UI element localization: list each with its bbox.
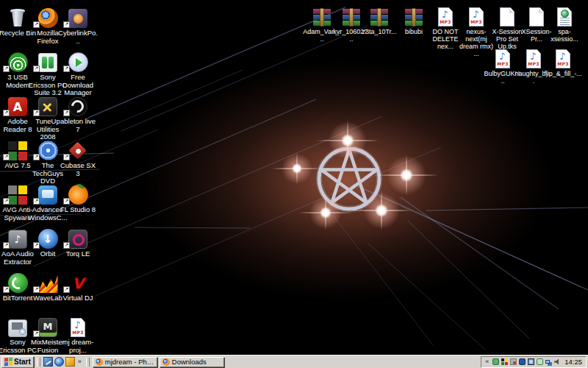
windows-care-icon	[38, 185, 57, 205]
mp3-icon	[556, 49, 570, 68]
desktop-icon-label: Torq LE	[58, 250, 98, 258]
desktop-icon-label: FL Studio 8	[58, 206, 98, 214]
show-desktop-icon[interactable]	[43, 357, 53, 367]
windows-flag-icon	[4, 357, 12, 366]
cyberlink-icon	[68, 9, 87, 28]
sony-installer-icon	[8, 319, 27, 337]
recycle-bin-icon	[7, 7, 28, 28]
shortcut-arrow-icon	[3, 286, 10, 293]
avg-resident-icon[interactable]	[492, 358, 499, 365]
firefox-icon	[38, 8, 58, 28]
quick-launch-bar	[43, 357, 75, 367]
display-settings-icon[interactable]	[528, 358, 534, 365]
tray-collapse-chevron[interactable]: «	[484, 357, 490, 367]
xp-desktop-screen: { "desktop": { "wallpaper": { "name": "p…	[0, 0, 588, 368]
bittorrent-icon	[8, 273, 28, 293]
shortcut-arrow-icon	[3, 154, 10, 160]
desktop-icon-cubase-sx-3[interactable]: Cubase SX 3	[62, 138, 94, 177]
tray-clock[interactable]: 14:25	[563, 358, 584, 366]
quick-launch-overflow-chevron[interactable]: »	[76, 357, 83, 367]
desktop-icon-label: CyberlinkPo...	[58, 29, 98, 45]
desktop: Recycle BinMozilla FirefoxCyberlinkPo...…	[0, 0, 588, 355]
desktop-icon-cyberlinkpo[interactable]: CyberlinkPo...	[62, 5, 94, 45]
desktop-icon-label: flip_&_fill_-...	[544, 70, 582, 77]
anti-spyware-icon[interactable]	[510, 358, 517, 365]
task-label: mjdream - Photobucket -...	[105, 358, 154, 366]
browser-icon[interactable]	[54, 357, 64, 367]
desktop-icon-mj-dream-proj[interactable]: mj dream-proj...	[62, 314, 94, 354]
orbit-icon	[38, 229, 58, 249]
sony-pc-suite-icon	[38, 53, 57, 72]
shortcut-arrow-icon	[33, 21, 40, 28]
taskbar: Start » mjdream - Photobucket -...Downlo…	[0, 355, 588, 368]
shortcut-arrow-icon	[63, 286, 70, 293]
desktop-icon-flip-fill[interactable]: flip_&_fill_-...	[542, 46, 584, 77]
usb-modem-icon	[8, 52, 28, 72]
shortcut-arrow-icon	[63, 154, 70, 160]
desktop-icon-torq-le[interactable]: Torq LE	[62, 226, 94, 258]
rar-icon	[343, 8, 360, 26]
desktop-icon-aoa-audio-extractor[interactable]: AoA Audio Extractor	[1, 226, 34, 266]
volume-icon[interactable]	[554, 358, 561, 365]
system-tray: « 14:25	[481, 356, 587, 368]
dvd-icon	[38, 141, 58, 160]
task-buttons: mjdream - Photobucket -...Downloads	[93, 357, 224, 367]
task-label: Downloads	[172, 358, 207, 366]
shortcut-arrow-icon	[33, 66, 40, 72]
shortcut-arrow-icon	[3, 110, 10, 116]
desktop-icon-label: mj dream-proj...	[58, 339, 98, 354]
desktop-icon-free-download-manager[interactable]: Free Download Manager	[62, 49, 94, 97]
shortcut-arrow-icon	[63, 21, 70, 28]
torq-icon	[68, 230, 87, 249]
shortcut-arrow-icon	[63, 66, 70, 72]
shortcut-arrow-icon	[33, 286, 40, 293]
messenger-icon[interactable]	[519, 358, 526, 365]
shortcut-arrow-icon	[33, 198, 40, 205]
desktop-icon-label: ableton live 7	[58, 118, 98, 133]
start-button[interactable]: Start	[1, 356, 34, 368]
shortcut-arrow-icon	[3, 242, 10, 249]
adobe-reader-icon	[8, 97, 27, 116]
mp3-icon	[526, 49, 541, 68]
shortcut-arrow-icon	[33, 110, 40, 116]
taskbar-task-downloads[interactable]: Downloads	[159, 357, 224, 367]
avg-test-center-icon[interactable]	[501, 358, 508, 365]
shortcut-arrow-icon	[63, 198, 70, 205]
wavelab-icon	[38, 275, 58, 293]
shortcut-arrow-icon	[63, 242, 70, 249]
taskbar-task-mjdream-photobucket[interactable]: mjdream - Photobucket -...	[93, 357, 157, 367]
avg-icon	[8, 141, 27, 160]
taskbar-grip[interactable]	[86, 358, 90, 367]
blank-file-icon	[500, 7, 514, 26]
taskbar-grip[interactable]	[37, 358, 40, 367]
blank-file-icon	[529, 7, 544, 26]
desktop-icon-spa-xsessio[interactable]: spa-xsessio...	[544, 4, 585, 43]
desktop-icon-advanced-windowsc[interactable]: Advanced WindowsC...	[32, 182, 64, 222]
desktop-icon-ableton-live-7[interactable]: ableton live 7	[62, 93, 94, 133]
mp3-icon	[438, 7, 453, 26]
media-player-icon[interactable]	[65, 357, 75, 367]
tray-icons	[492, 358, 561, 365]
shortcut-arrow-icon	[33, 154, 40, 160]
shortcut-arrow-icon	[3, 66, 10, 72]
fdm-icon	[68, 52, 88, 72]
rar-icon	[370, 8, 388, 26]
desktop-icon-label: spa-xsessio...	[545, 28, 584, 43]
mixmeister-icon	[38, 318, 57, 337]
virtual-dj-icon	[68, 274, 87, 293]
mp3-icon	[469, 7, 484, 26]
firefox-icon	[96, 358, 103, 366]
firefox-icon	[162, 358, 170, 366]
rar-icon	[313, 8, 331, 26]
ableton-icon	[68, 97, 87, 116]
desktop-icon-label: Cubase SX 3	[58, 162, 98, 177]
desktop-icon-fl-studio-8[interactable]: FL Studio 8	[62, 182, 94, 214]
fl-studio-icon	[68, 185, 88, 205]
shortcut-arrow-icon	[3, 198, 10, 205]
mp3-icon	[71, 318, 85, 337]
safely-remove-hardware-icon[interactable]	[537, 358, 543, 365]
desktop-icon-virtual-dj[interactable]: Virtual DJ	[62, 270, 94, 302]
tuneup-icon	[38, 97, 57, 116]
network-status-icon[interactable]	[545, 360, 550, 364]
start-button-label: Start	[14, 358, 31, 366]
